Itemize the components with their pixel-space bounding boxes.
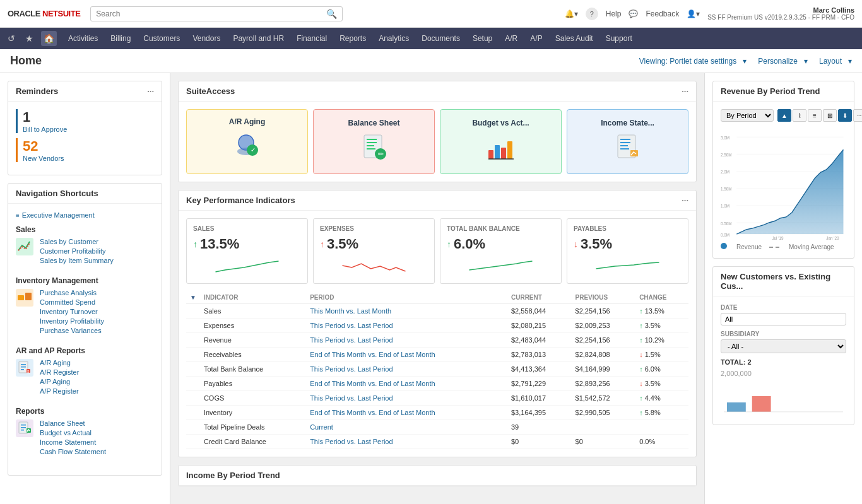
table-row: Sales This Month vs. Last Month $2,558,0…	[186, 304, 688, 319]
nav-setup[interactable]: Setup	[466, 30, 499, 47]
nav-support[interactable]: Support	[599, 30, 639, 47]
exec-management-label[interactable]: Executive Management	[22, 211, 95, 219]
viewing-portlet-link[interactable]: Viewing: Portlet date settings	[639, 57, 737, 66]
reminders-title: Reminders	[16, 86, 58, 96]
link-balance-sheet[interactable]: Balance Sheet	[40, 419, 106, 427]
nav-customers[interactable]: Customers	[137, 30, 186, 47]
revenue-chart-svg: 3.0M 2.50M 2.0M 1.50M 1.0M 0.50M 0.0M	[721, 127, 846, 247]
td-period[interactable]: This Period vs. Last Period	[306, 362, 507, 377]
suite-access-menu-icon[interactable]: ···	[682, 86, 688, 96]
logo: ORACLE NETSUITE	[8, 9, 80, 18]
link-sales-by-customer[interactable]: Sales by Customer	[40, 238, 114, 245]
help-icon[interactable]: ?	[586, 8, 598, 20]
suite-card-budget[interactable]: Budget vs Act...	[440, 109, 562, 174]
user-info: Marc Collins SS FF Premium US v2019.2.9.…	[707, 6, 854, 21]
chart-btn-area[interactable]: ▲	[777, 109, 791, 122]
link-customer-profitability[interactable]: Customer Profitability	[40, 247, 114, 255]
suite-access-grid: A/R Aging ✓ Bal	[186, 109, 688, 174]
link-inventory-profitability[interactable]: Inventory Profitability	[40, 317, 104, 325]
td-change: ↑ 6.0%	[635, 362, 688, 377]
link-ar-register[interactable]: A/R Register	[40, 368, 79, 376]
suite-card-ar-aging[interactable]: A/R Aging ✓	[186, 109, 308, 174]
nav-financial[interactable]: Financial	[290, 30, 333, 47]
main-layout: Reminders ··· 1 Bill to Approve 52 New V…	[0, 73, 862, 504]
td-period[interactable]: This Period vs. Last Period	[306, 319, 507, 333]
period-select[interactable]: By Period By Quarter By Year	[721, 109, 774, 122]
link-sales-by-item[interactable]: Sales by Item Summary	[40, 257, 114, 264]
nav-vendors[interactable]: Vendors	[186, 30, 227, 47]
td-period[interactable]: This Period vs. Last Period	[306, 435, 507, 449]
td-period[interactable]: This Period vs. Last Period	[306, 333, 507, 348]
nav-analytics[interactable]: Analytics	[372, 30, 415, 47]
td-period[interactable]: End of This Month vs. End of Last Month	[306, 348, 507, 362]
chart-btn-line[interactable]: ⌇	[793, 109, 806, 122]
search-input[interactable]	[96, 9, 326, 18]
change-arrow-down: ↓	[639, 351, 643, 358]
change-arrow-up: ↑	[639, 322, 643, 329]
search-box[interactable]: 🔍	[90, 6, 343, 21]
personalize-dropdown-icon[interactable]: ▾	[804, 57, 808, 66]
td-period[interactable]: End of This Month vs. End of Last Month	[306, 377, 507, 391]
link-inventory-turnover[interactable]: Inventory Turnover	[40, 308, 104, 315]
td-change: ↑ 13.5%	[635, 304, 688, 319]
reminder-vendors-label[interactable]: New Vendors	[23, 155, 154, 162]
chart-btn-bar[interactable]: ≡	[808, 109, 822, 122]
nav-activities[interactable]: Activities	[62, 30, 104, 47]
td-empty	[186, 406, 200, 420]
nav-ar[interactable]: A/R	[499, 30, 524, 47]
suite-access-title: SuiteAccess	[186, 86, 235, 96]
link-committed-spend[interactable]: Committed Spend	[40, 298, 104, 306]
reminder-bill-label[interactable]: Bill to Approve	[23, 126, 154, 133]
table-row: Total Bank Balance This Period vs. Last …	[186, 362, 688, 377]
back-icon[interactable]: ↺	[5, 31, 18, 46]
nav-sales-audit[interactable]: Sales Audit	[549, 30, 599, 47]
nav-ap[interactable]: A/P	[524, 30, 548, 47]
nav-documents[interactable]: Documents	[415, 30, 466, 47]
home-icon[interactable]: 🏠	[41, 31, 57, 46]
suite-card-income[interactable]: Income State...	[567, 109, 688, 174]
link-purchase-variances[interactable]: Purchase Variances	[40, 327, 104, 334]
td-period[interactable]: Current	[306, 420, 507, 435]
layout-dropdown-icon[interactable]: ▾	[848, 57, 852, 66]
link-ap-register[interactable]: A/P Register	[40, 387, 79, 395]
svg-rect-58	[752, 396, 771, 412]
revenue-trend-header: Revenue By Period Trend	[713, 81, 854, 102]
td-period[interactable]: End of This Month vs. End of Last Month	[306, 406, 507, 420]
chart-btn-download[interactable]: ⬇	[838, 109, 852, 122]
date-input[interactable]	[721, 313, 846, 325]
nav-payroll[interactable]: Payroll and HR	[227, 30, 290, 47]
inventory-icon-box	[16, 289, 33, 307]
viewing-dropdown-icon[interactable]: ▾	[743, 57, 747, 66]
bell-icon[interactable]: 🔔▾	[565, 9, 578, 18]
td-current: $2,080,215	[507, 319, 572, 333]
personalize-link[interactable]: Personalize	[758, 57, 798, 66]
td-previous	[572, 420, 636, 435]
help-label[interactable]: Help	[606, 9, 622, 18]
link-cash-flow[interactable]: Cash Flow Statement	[40, 448, 106, 455]
chart-btn-mixed[interactable]: ⊞	[823, 109, 837, 122]
link-purchase-analysis[interactable]: Purchase Analysis	[40, 289, 104, 296]
layout-link[interactable]: Layout	[819, 57, 842, 66]
chart-btn-settings[interactable]: ⋯	[853, 109, 862, 122]
td-previous: $2,254,156	[572, 333, 636, 348]
th-sort-icon[interactable]: ▼	[186, 291, 200, 304]
feedback-label[interactable]: Feedback	[646, 9, 679, 18]
reminders-menu-icon[interactable]: ···	[147, 86, 154, 96]
link-budget-vs-actual[interactable]: Budget vs Actual	[40, 429, 106, 437]
svg-rect-23	[367, 139, 377, 140]
link-ar-aging[interactable]: A/R Aging	[40, 359, 79, 366]
suite-card-balance-sheet[interactable]: Balance Sheet ✏	[313, 109, 435, 174]
link-income-statement[interactable]: Income Statement	[40, 438, 106, 446]
subsidiary-select[interactable]: - All -	[721, 339, 846, 353]
nav-reports[interactable]: Reports	[333, 30, 372, 47]
exec-management[interactable]: ≡ Executive Management	[16, 211, 154, 219]
td-period[interactable]: This Period vs. Last Period	[306, 391, 507, 406]
td-current: $0	[507, 435, 572, 449]
logo-oracle: ORACLE	[8, 9, 40, 18]
kpi-menu-icon[interactable]: ···	[682, 196, 688, 205]
td-period[interactable]: This Month vs. Last Month	[306, 304, 507, 319]
star-icon[interactable]: ★	[23, 31, 36, 46]
link-ap-aging[interactable]: A/P Aging	[40, 378, 79, 385]
nav-billing[interactable]: Billing	[104, 30, 137, 47]
feedback-icon[interactable]: 💬	[629, 9, 638, 18]
